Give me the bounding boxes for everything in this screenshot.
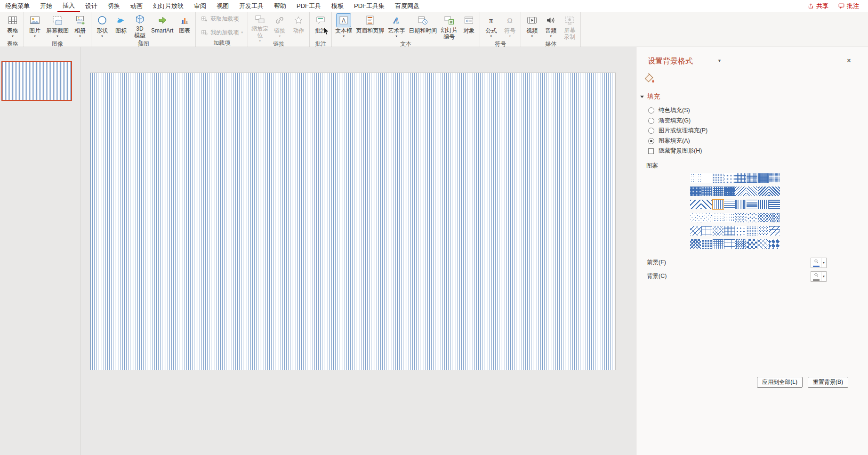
ribbon-button-object[interactable]: 对象 [459, 13, 478, 40]
foreground-color-dropdown[interactable]: ▼ [811, 258, 827, 268]
ribbon-button-icons[interactable]: 图标 [112, 13, 130, 40]
menu-tab-transitions[interactable]: 切换 [103, 0, 125, 12]
ribbon-button-video[interactable]: 视频▼ [522, 13, 541, 40]
pattern-swatch-pct-20[interactable] [713, 173, 723, 183]
pattern-swatch-pct-25[interactable] [724, 173, 735, 183]
chevron-down-icon[interactable]: ▼ [717, 58, 722, 63]
ribbon-button-date-time[interactable]: 日期和时间 [407, 13, 439, 40]
ribbon-button-3d-model[interactable]: 3D 模型▼ [130, 13, 149, 40]
reset-background-button[interactable]: 重置背景(B) [808, 377, 848, 388]
menu-tab-pdf-tools[interactable]: PDF工具 [291, 0, 326, 12]
pattern-swatch-pct-5[interactable] [690, 173, 701, 183]
menu-tab-animations[interactable]: 动画 [125, 0, 148, 12]
pattern-swatch-plaid[interactable] [724, 226, 735, 236]
pattern-swatch-dotted-diamond[interactable] [758, 226, 769, 236]
picture-fill-radio[interactable]: 图片或纹理填充(P) [648, 126, 868, 136]
pattern-swatch-large-confetti[interactable] [747, 213, 757, 222]
menu-tab-slide-show[interactable]: 幻灯片放映 [148, 0, 189, 12]
pattern-swatch-solid-diamond[interactable] [769, 239, 780, 249]
pattern-swatch-pct-50[interactable] [758, 173, 769, 183]
solid-fill-radio[interactable]: 纯色填充(S) [648, 106, 868, 116]
menu-tab-pdf-toolset[interactable]: PDF工具集 [349, 0, 390, 12]
pattern-swatch-dashed-upward-diagonal[interactable] [701, 213, 712, 222]
hide-background-checkbox[interactable]: 隐藏背景图形(H) [648, 146, 868, 156]
pattern-swatch-light-upward-diagonal[interactable] [747, 187, 757, 196]
gradient-fill-radio[interactable]: 渐变填充(G) [648, 116, 868, 126]
ribbon-button-wordart[interactable]: A艺术字▼ [386, 13, 407, 40]
ribbon-button-picture[interactable]: 图片▼ [25, 13, 44, 40]
pattern-swatch-wide-downward-diagonal[interactable] [690, 200, 701, 209]
pattern-swatch-narrow-vertical[interactable] [735, 200, 746, 209]
ribbon-button-text-box[interactable]: A文本框▼ [333, 13, 354, 40]
slide-canvas[interactable] [90, 73, 615, 370]
ribbon-button-header-footer[interactable]: 页眉和页脚 [354, 13, 386, 40]
pattern-swatch-pct-40[interactable] [747, 173, 757, 183]
ribbon-button-table[interactable]: 表格▼ [3, 13, 22, 40]
ribbon-button-audio[interactable]: 音频▼ [541, 13, 560, 40]
pattern-swatch-large-grid[interactable] [724, 239, 735, 249]
fill-section-header[interactable]: 填充 [640, 92, 868, 101]
pattern-swatch-sphere[interactable] [701, 239, 712, 249]
pattern-swatch-pct-90[interactable] [724, 187, 735, 196]
pattern-swatch-divot[interactable] [735, 226, 746, 236]
menu-tab-classic-menu[interactable]: 经典菜单 [0, 0, 35, 12]
pattern-swatch-pct-60[interactable] [769, 173, 780, 183]
pattern-swatch-dark-vertical[interactable] [758, 200, 769, 209]
ribbon-button-equation[interactable]: π公式▼ [482, 13, 500, 40]
pattern-swatch-dashed-downward-diagonal[interactable] [690, 213, 701, 222]
pattern-swatch-small-confetti[interactable] [735, 213, 746, 222]
pattern-swatch-wide-upward-diagonal[interactable] [701, 200, 712, 209]
share-button[interactable]: 共享 [804, 1, 832, 11]
slide-thumbnail-panel[interactable] [0, 47, 81, 455]
comments-button[interactable]: 批注 [835, 1, 862, 11]
ribbon-button-comment[interactable]: 批注 [311, 13, 330, 40]
pattern-swatch-horizontal-brick[interactable] [701, 226, 712, 236]
pattern-swatch-small-checkerboard[interactable] [735, 239, 746, 249]
pattern-swatch-dark-upward-diagonal[interactable] [769, 187, 780, 196]
pattern-swatch-dashed-horizontal[interactable] [713, 213, 723, 222]
pattern-swatch-dashed-vertical[interactable] [724, 213, 735, 222]
slide-thumbnail[interactable] [1, 61, 72, 101]
pattern-swatch-wave[interactable] [769, 213, 780, 222]
apply-all-button[interactable]: 应用到全部(L) [757, 377, 803, 388]
pattern-swatch-pct-75[interactable] [701, 187, 712, 196]
pattern-swatch-pct-30[interactable] [735, 173, 746, 183]
pattern-swatch-diagonal-brick[interactable] [690, 226, 701, 236]
pattern-swatch-small-grid[interactable] [713, 239, 723, 249]
menu-tab-developer[interactable]: 开发工具 [234, 0, 269, 12]
pattern-swatch-weave[interactable] [713, 226, 723, 236]
menu-tab-home[interactable]: 开始 [35, 0, 57, 12]
menu-tab-template[interactable]: 模板 [326, 0, 349, 12]
pattern-swatch-zigzag[interactable] [758, 213, 769, 222]
menu-tab-insert[interactable]: 插入 [57, 0, 80, 12]
pattern-fill-radio[interactable]: 图案填充(A) [648, 136, 868, 146]
menu-tab-review[interactable]: 审阅 [189, 0, 211, 12]
ribbon-button-shapes[interactable]: 形状▼ [93, 13, 112, 40]
menu-tab-view[interactable]: 视图 [211, 0, 234, 12]
ribbon-button-chart[interactable]: 图表 [175, 13, 194, 40]
pattern-swatch-light-horizontal[interactable] [724, 200, 735, 209]
close-icon[interactable]: × [847, 57, 851, 65]
background-color-dropdown[interactable]: ▼ [811, 271, 827, 282]
pattern-swatch-pct-80[interactable] [713, 187, 723, 196]
menu-tab-help[interactable]: 帮助 [269, 0, 291, 12]
ribbon-button-smartart[interactable]: SmartArt [149, 13, 175, 40]
menu-tab-baidu-netdisk[interactable]: 百度网盘 [390, 0, 425, 12]
pattern-swatch-pct-70[interactable] [690, 187, 701, 196]
pattern-swatch-shingle[interactable] [769, 226, 780, 236]
ribbon-button-screenshot[interactable]: 屏幕截图▼ [44, 13, 71, 40]
pattern-swatch-large-checkerboard[interactable] [747, 239, 757, 249]
fill-tab-button[interactable] [642, 72, 656, 86]
pattern-swatch-light-downward-diagonal[interactable] [735, 187, 746, 196]
pattern-swatch-dark-downward-diagonal[interactable] [758, 187, 769, 196]
ribbon-button-album[interactable]: 相册▼ [71, 13, 89, 40]
ribbon-button-slide-number[interactable]: #幻灯片 编号 [439, 13, 459, 40]
pattern-swatch-dark-horizontal[interactable] [769, 200, 780, 209]
pattern-swatch-dotted-grid[interactable] [747, 226, 757, 236]
menu-tab-design[interactable]: 设计 [80, 0, 103, 12]
pattern-swatch-light-vertical[interactable] [713, 200, 723, 209]
pattern-swatch-trellis[interactable] [690, 239, 701, 249]
pattern-swatch-pct-10[interactable] [701, 173, 712, 183]
pattern-swatch-narrow-horizontal[interactable] [747, 200, 757, 209]
pattern-swatch-outlined-diamond[interactable] [758, 239, 769, 249]
